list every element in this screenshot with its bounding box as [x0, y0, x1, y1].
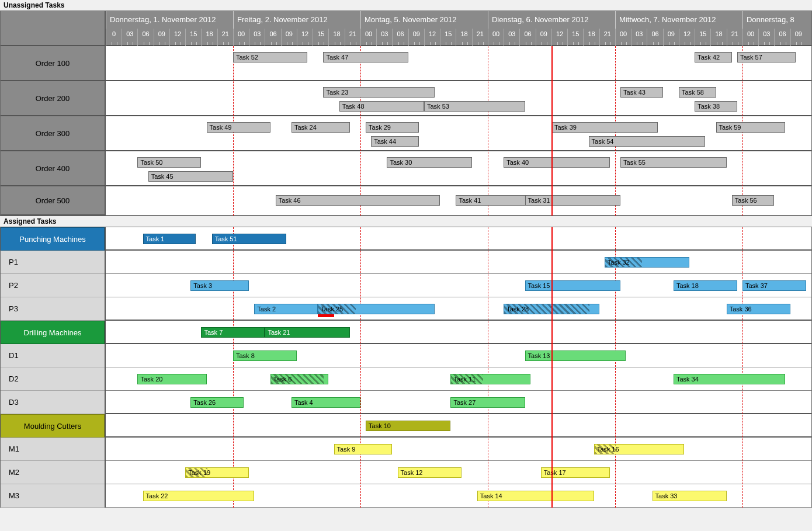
hour-header: 03 [122, 29, 137, 46]
task-bar[interactable]: Task 58 [679, 87, 716, 98]
hour-header: 03 [249, 29, 265, 46]
hour-header: 09 [536, 29, 551, 46]
task-bar[interactable]: Task 51 [212, 234, 286, 244]
day-header: Donnerstag, 1. November 2012 [106, 11, 233, 29]
resource-row-label[interactable]: P2 [1, 274, 105, 297]
task-bar[interactable]: Task 40 [504, 157, 610, 168]
order-row-label[interactable]: Order 400 [1, 151, 105, 186]
task-bar[interactable]: Task 39 [551, 122, 658, 133]
task-bar[interactable]: Task 34 [674, 374, 785, 384]
task-bar[interactable]: Task 47 [323, 52, 408, 63]
machine-group-header[interactable]: Moulding Cutters [1, 414, 105, 438]
resource-row-label[interactable]: M2 [1, 461, 105, 484]
task-bar[interactable]: Task 33 [653, 491, 727, 501]
unassigned-timeline[interactable]: Task 52Task 47Task 42Task 57Task 23Task … [106, 46, 811, 216]
day-header: Freitag, 2. November 2012 [233, 11, 360, 29]
task-bar[interactable]: Task 26 [190, 397, 244, 408]
hour-header: 06 [392, 29, 408, 46]
task-bar[interactable]: Task 9 [334, 444, 393, 454]
order-row[interactable] [106, 46, 811, 81]
hour-header: 09 [790, 29, 806, 46]
task-bar[interactable]: Task 13 [525, 350, 626, 361]
task-bar[interactable]: Task 23 [323, 87, 435, 98]
machine-group-header[interactable]: Punching Machines [1, 227, 105, 251]
resource-row[interactable] [106, 438, 811, 461]
task-bar[interactable]: Task 27 [450, 397, 525, 408]
task-bar[interactable]: Task 53 [424, 101, 525, 112]
hour-header: 15 [695, 29, 710, 46]
day-separator [360, 46, 361, 216]
task-bar[interactable]: Task 7 [201, 327, 265, 338]
task-bar[interactable]: Task 36 [727, 304, 790, 314]
task-bar[interactable]: Task 11 [450, 374, 530, 384]
task-bar[interactable]: Task 24 [292, 122, 350, 133]
hour-header: 06 [265, 29, 280, 46]
unassigned-grid: Order 100Order 200Order 300Order 400Orde… [0, 11, 812, 216]
task-bar[interactable]: Task 14 [477, 491, 594, 501]
task-bar[interactable]: Task 45 [148, 171, 233, 182]
resource-row-label[interactable]: P3 [1, 297, 105, 321]
hour-header: 06 [137, 29, 153, 46]
task-bar[interactable]: Task 1 [143, 234, 196, 244]
task-bar[interactable]: Task 6 [270, 374, 329, 384]
task-bar[interactable]: Task 55 [620, 157, 727, 168]
task-bar[interactable]: Task 4 [292, 397, 360, 408]
resource-row-label[interactable]: D1 [1, 344, 105, 367]
hour-header: 00 [742, 29, 758, 46]
task-bar[interactable]: Task 37 [742, 280, 806, 291]
hour-header: 21 [217, 29, 233, 46]
resource-row-label[interactable]: M3 [1, 484, 105, 508]
task-bar[interactable]: Task 8 [233, 350, 297, 361]
task-bar[interactable]: Task 44 [371, 136, 419, 147]
resource-row-label[interactable]: P1 [1, 251, 105, 274]
resource-row[interactable] [106, 297, 811, 321]
task-bar[interactable]: Task 49 [207, 122, 270, 133]
order-row[interactable] [106, 116, 811, 151]
task-bar[interactable]: Task 50 [137, 157, 201, 168]
task-bar[interactable]: Task 16 [594, 444, 684, 454]
hour-header: 03 [504, 29, 519, 46]
task-bar[interactable]: Task 52 [233, 52, 307, 63]
machine-group-header[interactable]: Drilling Machines [1, 321, 105, 344]
task-bar[interactable]: Task 21 [265, 327, 349, 338]
hour-header: 03 [376, 29, 392, 46]
task-bar[interactable]: Task 12 [398, 467, 461, 478]
task-bar[interactable]: Task 20 [137, 374, 206, 384]
hour-header: 00 [488, 29, 504, 46]
task-bar[interactable]: Task 59 [716, 122, 785, 133]
task-bar[interactable]: Task 41 [456, 195, 530, 206]
task-bar[interactable]: Task 30 [387, 157, 471, 168]
task-bar[interactable]: Task 10 [366, 421, 450, 431]
task-bar[interactable]: Task 38 [695, 101, 737, 112]
resource-row[interactable] [106, 251, 811, 274]
task-bar[interactable]: Task 57 [737, 52, 796, 63]
task-bar[interactable]: Task 46 [276, 195, 440, 206]
task-bar[interactable]: Task 15 [525, 280, 620, 291]
order-row-label[interactable]: Order 100 [1, 46, 105, 81]
task-bar[interactable]: Task 32 [605, 257, 689, 268]
order-row-label[interactable]: Order 300 [1, 116, 105, 151]
order-row-label[interactable]: Order 500 [1, 186, 105, 216]
task-bar[interactable]: Task 48 [339, 101, 424, 112]
task-bar[interactable]: Task 25 [318, 304, 435, 314]
day-separator [742, 227, 743, 508]
task-bar[interactable]: Task 31 [525, 195, 620, 206]
task-bar[interactable]: Task 42 [695, 52, 732, 63]
task-bar[interactable]: Task 18 [674, 280, 737, 291]
task-bar[interactable]: Task 29 [366, 122, 419, 133]
resource-row-label[interactable]: D3 [1, 391, 105, 414]
machine-group-row[interactable] [106, 414, 811, 438]
task-bar[interactable]: Task 43 [620, 87, 663, 98]
resource-row-label[interactable]: D2 [1, 367, 105, 391]
hour-header: 21 [727, 29, 742, 46]
resource-row[interactable] [106, 344, 811, 367]
task-bar[interactable]: Task 2 [254, 304, 318, 314]
task-bar[interactable]: Task 56 [732, 195, 775, 206]
task-bar[interactable]: Task 19 [185, 467, 249, 478]
assigned-timeline[interactable]: Task 1Task 51Task 32Task 3Task 15Task 18… [106, 227, 811, 508]
task-bar[interactable]: Task 3 [190, 280, 249, 291]
order-row-label[interactable]: Order 200 [1, 81, 105, 116]
task-bar[interactable]: Task 54 [589, 136, 706, 147]
task-bar[interactable]: Task 22 [143, 491, 255, 501]
resource-row-label[interactable]: M1 [1, 438, 105, 461]
